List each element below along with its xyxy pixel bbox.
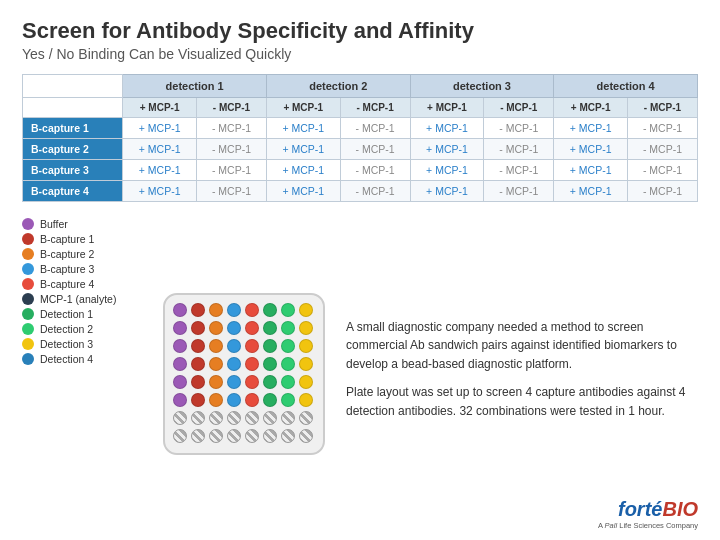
well: [299, 375, 313, 389]
well: [263, 357, 277, 371]
well: [191, 429, 205, 443]
top-section: Screen for Antibody Specificity and Affi…: [22, 18, 698, 202]
legend-item: Detection 4: [22, 353, 152, 365]
well: [173, 375, 187, 389]
table-cell: - MCP-1: [340, 139, 410, 160]
row-label: B-capture 3: [23, 160, 123, 181]
well: [173, 411, 187, 425]
table-cell: + MCP-1: [554, 160, 628, 181]
legend-dot: [22, 353, 34, 365]
table-cell: + MCP-1: [123, 181, 197, 202]
well: [227, 429, 241, 443]
table-cell: - MCP-1: [484, 139, 554, 160]
legend-dot: [22, 293, 34, 305]
subh-d3-plus: + MCP-1: [410, 98, 484, 118]
well: [227, 375, 241, 389]
well: [209, 321, 223, 335]
well: [209, 339, 223, 353]
well: [209, 429, 223, 443]
legend-dot: [22, 233, 34, 245]
table-cell: + MCP-1: [123, 118, 197, 139]
well: [227, 393, 241, 407]
table-header-detection2: detection 2: [266, 75, 410, 98]
table-cell: + MCP-1: [266, 139, 340, 160]
table-cell: + MCP-1: [410, 181, 484, 202]
table-cell: + MCP-1: [410, 139, 484, 160]
well: [281, 357, 295, 371]
page: Screen for Antibody Specificity and Affi…: [0, 0, 720, 540]
well: [173, 339, 187, 353]
table-cell: + MCP-1: [554, 139, 628, 160]
legend-item: B-capture 1: [22, 233, 152, 245]
legend-dot: [22, 263, 34, 275]
table-cell: + MCP-1: [123, 139, 197, 160]
subh-d1-minus: - MCP-1: [196, 98, 266, 118]
subh-d2-minus: - MCP-1: [340, 98, 410, 118]
table-cell: - MCP-1: [484, 181, 554, 202]
row-label: B-capture 1: [23, 118, 123, 139]
row-label: B-capture 2: [23, 139, 123, 160]
well: [173, 303, 187, 317]
legend-dot: [22, 278, 34, 290]
well: [209, 411, 223, 425]
well: [263, 393, 277, 407]
table-row: B-capture 1+ MCP-1- MCP-1+ MCP-1- MCP-1+…: [23, 118, 698, 139]
bottom-section: BufferB-capture 1B-capture 2B-capture 3B…: [22, 218, 698, 530]
legend-items: BufferB-capture 1B-capture 2B-capture 3B…: [22, 218, 152, 365]
table-row: B-capture 3+ MCP-1- MCP-1+ MCP-1- MCP-1+…: [23, 160, 698, 181]
table-cell: - MCP-1: [340, 181, 410, 202]
well: [281, 321, 295, 335]
well: [299, 303, 313, 317]
well: [173, 429, 187, 443]
logo-brand: fortéBIO: [618, 498, 698, 521]
subh-d2-plus: + MCP-1: [266, 98, 340, 118]
well: [245, 357, 259, 371]
well: [263, 429, 277, 443]
well: [191, 303, 205, 317]
table-subheader-row: + MCP-1 - MCP-1 + MCP-1 - MCP-1 + MCP-1 …: [23, 98, 698, 118]
legend-label: MCP-1 (analyte): [40, 293, 116, 305]
page-subtitle: Yes / No Binding Can be Visualized Quick…: [22, 46, 698, 62]
well: [281, 375, 295, 389]
table-cell: + MCP-1: [266, 118, 340, 139]
table-cell: - MCP-1: [196, 181, 266, 202]
table-row: B-capture 4+ MCP-1- MCP-1+ MCP-1- MCP-1+…: [23, 181, 698, 202]
table-cell: - MCP-1: [196, 160, 266, 181]
well: [281, 393, 295, 407]
legend-dot: [22, 338, 34, 350]
table-cell: - MCP-1: [627, 181, 697, 202]
well: [227, 357, 241, 371]
well: [191, 411, 205, 425]
well: [299, 321, 313, 335]
body-text-1: A small diagnostic company needed a meth…: [346, 318, 698, 374]
well: [299, 339, 313, 353]
well: [299, 429, 313, 443]
well: [299, 357, 313, 371]
well: [227, 303, 241, 317]
table-cell: - MCP-1: [484, 160, 554, 181]
plate-grid: [163, 293, 325, 455]
well: [263, 303, 277, 317]
legend-label: B-capture 4: [40, 278, 94, 290]
well: [299, 393, 313, 407]
table-subheader-empty: [23, 98, 123, 118]
legend-label: Detection 3: [40, 338, 93, 350]
subh-d4-plus: + MCP-1: [554, 98, 628, 118]
table-row: B-capture 2+ MCP-1- MCP-1+ MCP-1- MCP-1+…: [23, 139, 698, 160]
well: [245, 411, 259, 425]
well: [173, 357, 187, 371]
legend-item: B-capture 2: [22, 248, 152, 260]
well: [245, 375, 259, 389]
well: [209, 357, 223, 371]
table-cell: + MCP-1: [266, 160, 340, 181]
well: [227, 339, 241, 353]
table-cell: + MCP-1: [410, 160, 484, 181]
well: [173, 321, 187, 335]
legend-item: Detection 3: [22, 338, 152, 350]
table-cell: + MCP-1: [123, 160, 197, 181]
table-cell: + MCP-1: [410, 118, 484, 139]
table-cell: - MCP-1: [627, 139, 697, 160]
legend-label: Detection 4: [40, 353, 93, 365]
well: [191, 357, 205, 371]
table-cell: - MCP-1: [627, 118, 697, 139]
